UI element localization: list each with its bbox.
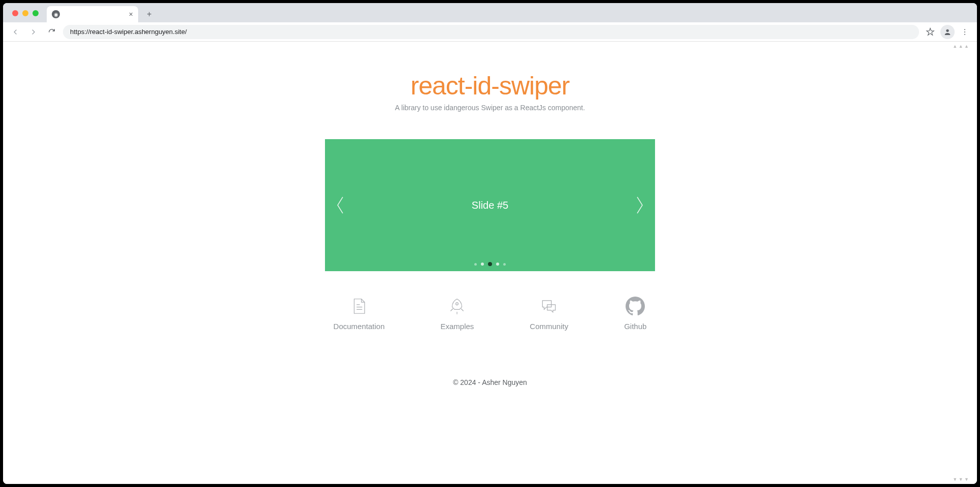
maximize-window-button[interactable] <box>32 10 39 16</box>
browser-toolbar: https://react-id-swiper.ashernguyen.site… <box>3 22 977 42</box>
pagination-bullet-active[interactable] <box>488 262 492 266</box>
toolbar-right <box>923 25 972 39</box>
star-icon[interactable] <box>923 25 937 39</box>
svg-point-1 <box>964 29 965 30</box>
nav-link-community[interactable]: Community <box>530 297 568 331</box>
pagination-bullet[interactable] <box>474 263 477 266</box>
tab-bar: ◉ × + <box>3 3 977 22</box>
nav-link-label: Github <box>624 322 646 331</box>
scroll-up-indicator: ▲ ▲ ▲ <box>953 44 969 49</box>
pagination-bullet[interactable] <box>496 263 499 266</box>
svg-point-4 <box>456 303 459 305</box>
svg-point-0 <box>946 29 949 31</box>
swiper-pagination <box>474 262 506 266</box>
reload-button[interactable] <box>45 25 59 39</box>
window-controls <box>12 10 39 16</box>
nav-links: Documentation Examples Community <box>334 297 647 331</box>
scroll-down-indicator: ▼ ▼ ▼ <box>953 477 969 482</box>
slide-label: Slide #5 <box>472 200 508 211</box>
swiper-container[interactable]: Slide #5 <box>325 139 655 271</box>
document-icon <box>349 297 369 316</box>
pagination-bullet[interactable] <box>503 263 506 266</box>
github-icon <box>626 297 645 316</box>
footer-text: © 2024 - Asher Nguyen <box>453 378 527 397</box>
nav-link-label: Community <box>530 322 568 331</box>
swiper-next-button[interactable] <box>634 194 646 216</box>
page-title: react-id-swiper <box>411 71 570 101</box>
profile-icon[interactable] <box>940 25 955 39</box>
pagination-bullet[interactable] <box>481 263 484 266</box>
rocket-icon <box>447 297 467 316</box>
svg-point-2 <box>964 31 965 33</box>
new-tab-button[interactable]: + <box>142 7 156 21</box>
swiper-prev-button[interactable] <box>334 194 346 216</box>
url-text: https://react-id-swiper.ashernguyen.site… <box>70 28 187 36</box>
nav-link-documentation[interactable]: Documentation <box>334 297 385 331</box>
page-viewport: ▲ ▲ ▲ react-id-swiper A library to use i… <box>3 42 977 484</box>
minimize-window-button[interactable] <box>22 10 28 16</box>
nav-link-github[interactable]: Github <box>624 297 646 331</box>
back-button[interactable] <box>8 25 22 39</box>
close-window-button[interactable] <box>12 10 18 16</box>
browser-tab[interactable]: ◉ × <box>47 6 138 22</box>
tab-favicon-icon: ◉ <box>52 10 60 18</box>
page-subtitle: A library to use idangerous Swiper as a … <box>395 104 585 112</box>
nav-link-label: Documentation <box>334 322 385 331</box>
nav-link-examples[interactable]: Examples <box>440 297 474 331</box>
chat-icon <box>539 297 559 316</box>
close-tab-icon[interactable]: × <box>129 10 133 18</box>
browser-window: ◉ × + https://react-id-swiper.ashernguye… <box>3 3 977 484</box>
address-bar[interactable]: https://react-id-swiper.ashernguyen.site… <box>63 25 919 39</box>
menu-icon[interactable] <box>958 25 972 39</box>
svg-point-3 <box>964 34 965 35</box>
forward-button[interactable] <box>26 25 41 39</box>
nav-link-label: Examples <box>440 322 474 331</box>
page-content: react-id-swiper A library to use idanger… <box>3 42 977 397</box>
